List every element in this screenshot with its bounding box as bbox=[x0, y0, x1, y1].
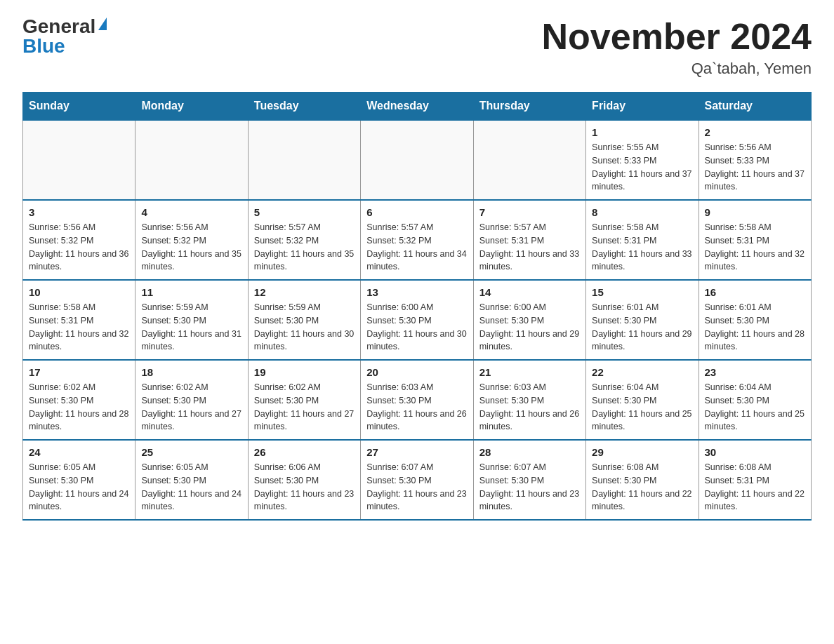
calendar-cell: 23Sunrise: 6:04 AM Sunset: 5:30 PM Dayli… bbox=[699, 360, 811, 440]
day-info: Sunrise: 6:03 AM Sunset: 5:30 PM Dayligh… bbox=[479, 381, 580, 434]
calendar-cell: 27Sunrise: 6:07 AM Sunset: 5:30 PM Dayli… bbox=[361, 440, 473, 520]
day-info: Sunrise: 6:04 AM Sunset: 5:30 PM Dayligh… bbox=[592, 381, 692, 434]
day-info: Sunrise: 6:08 AM Sunset: 5:30 PM Dayligh… bbox=[592, 461, 692, 514]
calendar-cell bbox=[23, 120, 135, 200]
day-info: Sunrise: 5:56 AM Sunset: 5:33 PM Dayligh… bbox=[705, 141, 805, 194]
calendar-cell: 16Sunrise: 6:01 AM Sunset: 5:30 PM Dayli… bbox=[699, 280, 811, 360]
day-info: Sunrise: 5:58 AM Sunset: 5:31 PM Dayligh… bbox=[592, 221, 692, 274]
calendar-cell bbox=[361, 120, 473, 200]
calendar-cell: 14Sunrise: 6:00 AM Sunset: 5:30 PM Dayli… bbox=[473, 280, 585, 360]
day-number: 27 bbox=[366, 446, 467, 458]
day-info: Sunrise: 5:56 AM Sunset: 5:32 PM Dayligh… bbox=[141, 221, 241, 274]
calendar-cell: 19Sunrise: 6:02 AM Sunset: 5:30 PM Dayli… bbox=[248, 360, 360, 440]
logo-blue-text: Blue bbox=[22, 36, 65, 56]
calendar-week-row: 17Sunrise: 6:02 AM Sunset: 5:30 PM Dayli… bbox=[23, 360, 812, 440]
day-number: 5 bbox=[254, 206, 355, 218]
day-info: Sunrise: 6:02 AM Sunset: 5:30 PM Dayligh… bbox=[254, 381, 355, 434]
calendar-cell: 8Sunrise: 5:58 AM Sunset: 5:31 PM Daylig… bbox=[586, 200, 699, 280]
day-number: 1 bbox=[592, 126, 692, 138]
logo-triangle-icon bbox=[98, 18, 107, 30]
day-info: Sunrise: 6:01 AM Sunset: 5:30 PM Dayligh… bbox=[705, 301, 805, 354]
day-number: 8 bbox=[592, 206, 692, 218]
day-number: 13 bbox=[366, 286, 467, 298]
day-number: 11 bbox=[141, 286, 241, 298]
calendar-cell: 1Sunrise: 5:55 AM Sunset: 5:33 PM Daylig… bbox=[586, 120, 699, 200]
day-number: 21 bbox=[479, 366, 580, 378]
calendar-cell: 21Sunrise: 6:03 AM Sunset: 5:30 PM Dayli… bbox=[473, 360, 585, 440]
calendar-cell: 22Sunrise: 6:04 AM Sunset: 5:30 PM Dayli… bbox=[586, 360, 699, 440]
calendar-cell: 7Sunrise: 5:57 AM Sunset: 5:31 PM Daylig… bbox=[473, 200, 585, 280]
day-info: Sunrise: 5:57 AM Sunset: 5:31 PM Dayligh… bbox=[479, 221, 580, 274]
day-number: 3 bbox=[29, 206, 129, 218]
calendar-title: November 2024 bbox=[542, 17, 812, 57]
calendar-day-header: Tuesday bbox=[248, 93, 360, 121]
calendar-cell bbox=[473, 120, 585, 200]
calendar-cell: 6Sunrise: 5:57 AM Sunset: 5:32 PM Daylig… bbox=[361, 200, 473, 280]
calendar-week-row: 24Sunrise: 6:05 AM Sunset: 5:30 PM Dayli… bbox=[23, 440, 812, 520]
day-number: 14 bbox=[479, 286, 580, 298]
day-info: Sunrise: 6:01 AM Sunset: 5:30 PM Dayligh… bbox=[592, 301, 692, 354]
day-number: 19 bbox=[254, 366, 355, 378]
calendar-cell: 17Sunrise: 6:02 AM Sunset: 5:30 PM Dayli… bbox=[23, 360, 135, 440]
day-info: Sunrise: 5:57 AM Sunset: 5:32 PM Dayligh… bbox=[366, 221, 467, 274]
calendar-cell: 3Sunrise: 5:56 AM Sunset: 5:32 PM Daylig… bbox=[23, 200, 135, 280]
day-number: 10 bbox=[29, 286, 129, 298]
calendar-table: SundayMondayTuesdayWednesdayThursdayFrid… bbox=[22, 92, 812, 521]
day-info: Sunrise: 5:59 AM Sunset: 5:30 PM Dayligh… bbox=[254, 301, 355, 354]
calendar-cell: 18Sunrise: 6:02 AM Sunset: 5:30 PM Dayli… bbox=[135, 360, 248, 440]
day-info: Sunrise: 6:08 AM Sunset: 5:31 PM Dayligh… bbox=[705, 461, 805, 514]
calendar-cell: 2Sunrise: 5:56 AM Sunset: 5:33 PM Daylig… bbox=[699, 120, 811, 200]
calendar-cell: 24Sunrise: 6:05 AM Sunset: 5:30 PM Dayli… bbox=[23, 440, 135, 520]
calendar-header-row: SundayMondayTuesdayWednesdayThursdayFrid… bbox=[23, 93, 812, 121]
title-block: November 2024 Qa`tabah, Yemen bbox=[542, 17, 812, 78]
day-info: Sunrise: 6:05 AM Sunset: 5:30 PM Dayligh… bbox=[29, 461, 129, 514]
calendar-week-row: 1Sunrise: 5:55 AM Sunset: 5:33 PM Daylig… bbox=[23, 120, 812, 200]
day-number: 17 bbox=[29, 366, 129, 378]
calendar-cell: 11Sunrise: 5:59 AM Sunset: 5:30 PM Dayli… bbox=[135, 280, 248, 360]
day-info: Sunrise: 5:59 AM Sunset: 5:30 PM Dayligh… bbox=[141, 301, 241, 354]
day-number: 24 bbox=[29, 446, 129, 458]
day-number: 23 bbox=[705, 366, 805, 378]
day-number: 7 bbox=[479, 206, 580, 218]
calendar-cell bbox=[135, 120, 248, 200]
day-info: Sunrise: 5:55 AM Sunset: 5:33 PM Dayligh… bbox=[592, 141, 692, 194]
calendar-cell: 15Sunrise: 6:01 AM Sunset: 5:30 PM Dayli… bbox=[586, 280, 699, 360]
day-number: 18 bbox=[141, 366, 241, 378]
page-header: General Blue November 2024 Qa`tabah, Yem… bbox=[22, 17, 812, 78]
calendar-subtitle: Qa`tabah, Yemen bbox=[542, 60, 812, 78]
calendar-day-header: Sunday bbox=[23, 93, 135, 121]
day-number: 25 bbox=[141, 446, 241, 458]
day-number: 16 bbox=[705, 286, 805, 298]
calendar-cell: 28Sunrise: 6:07 AM Sunset: 5:30 PM Dayli… bbox=[473, 440, 585, 520]
calendar-cell: 20Sunrise: 6:03 AM Sunset: 5:30 PM Dayli… bbox=[361, 360, 473, 440]
day-number: 20 bbox=[366, 366, 467, 378]
calendar-day-header: Wednesday bbox=[361, 93, 473, 121]
logo: General Blue bbox=[22, 17, 107, 56]
day-number: 26 bbox=[254, 446, 355, 458]
calendar-cell: 10Sunrise: 5:58 AM Sunset: 5:31 PM Dayli… bbox=[23, 280, 135, 360]
day-info: Sunrise: 5:57 AM Sunset: 5:32 PM Dayligh… bbox=[254, 221, 355, 274]
logo-general-text: General bbox=[22, 17, 95, 36]
day-info: Sunrise: 6:00 AM Sunset: 5:30 PM Dayligh… bbox=[479, 301, 580, 354]
day-info: Sunrise: 6:05 AM Sunset: 5:30 PM Dayligh… bbox=[141, 461, 241, 514]
calendar-day-header: Thursday bbox=[473, 93, 585, 121]
day-number: 9 bbox=[705, 206, 805, 218]
day-info: Sunrise: 5:58 AM Sunset: 5:31 PM Dayligh… bbox=[705, 221, 805, 274]
day-info: Sunrise: 6:02 AM Sunset: 5:30 PM Dayligh… bbox=[29, 381, 129, 434]
day-number: 6 bbox=[366, 206, 467, 218]
calendar-cell: 26Sunrise: 6:06 AM Sunset: 5:30 PM Dayli… bbox=[248, 440, 360, 520]
calendar-cell: 4Sunrise: 5:56 AM Sunset: 5:32 PM Daylig… bbox=[135, 200, 248, 280]
day-info: Sunrise: 6:02 AM Sunset: 5:30 PM Dayligh… bbox=[141, 381, 241, 434]
calendar-day-header: Monday bbox=[135, 93, 248, 121]
calendar-cell: 29Sunrise: 6:08 AM Sunset: 5:30 PM Dayli… bbox=[586, 440, 699, 520]
calendar-cell: 5Sunrise: 5:57 AM Sunset: 5:32 PM Daylig… bbox=[248, 200, 360, 280]
day-number: 29 bbox=[592, 446, 692, 458]
day-info: Sunrise: 5:56 AM Sunset: 5:32 PM Dayligh… bbox=[29, 221, 129, 274]
day-number: 28 bbox=[479, 446, 580, 458]
calendar-day-header: Friday bbox=[586, 93, 699, 121]
day-info: Sunrise: 6:07 AM Sunset: 5:30 PM Dayligh… bbox=[366, 461, 467, 514]
day-number: 22 bbox=[592, 366, 692, 378]
calendar-cell: 13Sunrise: 6:00 AM Sunset: 5:30 PM Dayli… bbox=[361, 280, 473, 360]
day-info: Sunrise: 5:58 AM Sunset: 5:31 PM Dayligh… bbox=[29, 301, 129, 354]
day-info: Sunrise: 6:04 AM Sunset: 5:30 PM Dayligh… bbox=[705, 381, 805, 434]
